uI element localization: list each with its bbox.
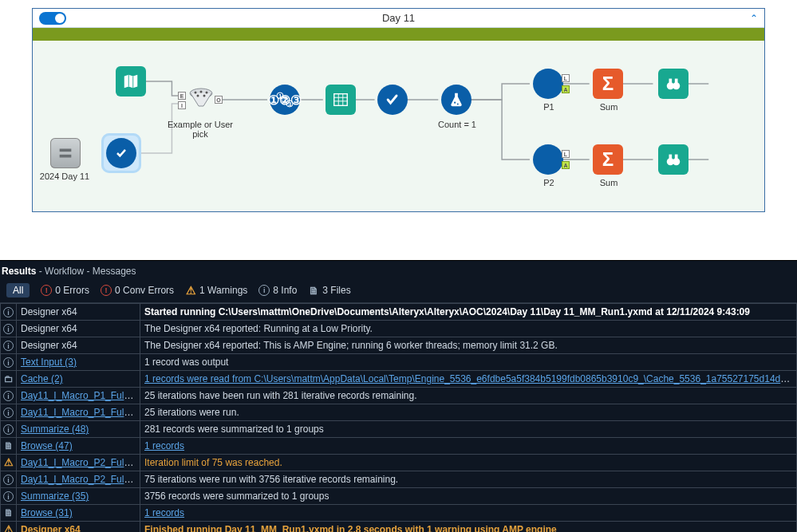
filter-files[interactable]: 🗎3 Files [308, 285, 350, 296]
log-source-cell: Designer x64 [17, 304, 140, 321]
summarize-tool-1[interactable]: Σ [593, 69, 623, 99]
log-row[interactable]: 🗎Browse (47)1 records [1, 438, 797, 455]
log-row[interactable]: iSummarize (48)281 records were summariz… [1, 421, 797, 438]
log-source-link[interactable]: Day11_I_Macro_P2_Full (51) [21, 474, 140, 485]
log-icon-cell: i [1, 421, 17, 438]
formula-tool[interactable] [441, 85, 471, 115]
log-source-cell: Designer x64 [17, 522, 140, 533]
summarize-tool-2[interactable]: Σ [593, 144, 623, 175]
svg-point-6 [206, 92, 208, 94]
filter-info[interactable]: i8 Info [258, 285, 297, 296]
output-anchor-a[interactable]: A [562, 85, 570, 93]
log-source-cell: Day11_I_Macro_P1_Full (50) [17, 388, 140, 404]
filter-errors[interactable]: !0 Errors [41, 285, 89, 296]
log-source-cell: Summarize (35) [17, 488, 140, 505]
log-row[interactable]: iDesigner x64Started running C:\Users\ma… [1, 304, 797, 321]
select-tool-2[interactable] [377, 85, 408, 115]
sigma-icon: Σ [602, 73, 614, 95]
log-row[interactable]: ⚠Designer x64Finished running Day 11_MM_… [1, 522, 797, 533]
results-tabs: Results - Workflow - Messages [0, 261, 797, 280]
info-icon: i [3, 408, 14, 418]
output-anchor-l[interactable]: L [562, 150, 570, 158]
canvas-body[interactable]: 2024 Day 11 E I O Example or User pick [33, 28, 764, 211]
output-anchor-l[interactable]: L [562, 74, 570, 82]
file-icon: 🗎 [3, 441, 14, 451]
text-to-columns-tool[interactable] [326, 85, 356, 115]
log-source-link[interactable]: Browse (47) [21, 440, 73, 451]
log-source-cell: Day11_I_Macro_P2_Full (51) [17, 471, 140, 488]
log-row[interactable]: iText Input (3)1 record was output [1, 354, 797, 371]
log-message-link[interactable]: 1 records [144, 440, 184, 451]
log-row[interactable]: iDesigner x64The Designer x64 reported: … [1, 337, 797, 354]
log-row[interactable]: 🗎Browse (31)1 records [1, 505, 797, 522]
log-icon-cell: ⚠ [1, 522, 17, 533]
folder-icon: 🗀 [3, 374, 14, 384]
filter-warnings[interactable]: ⚠1 Warnings [185, 285, 247, 296]
filter-all[interactable]: All [6, 283, 30, 298]
results-tab-title[interactable]: Results [2, 266, 36, 277]
svg-rect-24 [669, 79, 673, 84]
svg-point-4 [195, 92, 197, 94]
container-toggle[interactable] [39, 12, 66, 25]
workflow-canvas[interactable]: Day 11 ⌃ [0, 0, 797, 228]
log-source-link[interactable]: Summarize (48) [21, 424, 89, 435]
log-row[interactable]: 🗀Cache (2)1 records were read from C:\Us… [1, 371, 797, 388]
log-message-cell: The Designer x64 reported: This is AMP E… [140, 337, 797, 354]
svg-point-23 [673, 82, 680, 89]
log-message-cell: The Designer x64 reported: Running at a … [140, 321, 797, 337]
binoculars-icon [665, 151, 682, 168]
output-anchor[interactable] [33, 39, 764, 41]
output-anchor-a[interactable]: A [562, 161, 570, 169]
log-row[interactable]: ⚠Day11_I_Macro_P2_Full (51)Iteration lim… [1, 455, 797, 471]
log-source-cell: Cache (2) [17, 371, 140, 388]
macro-p1-tool[interactable] [533, 69, 563, 99]
results-filters: All !0 Errors !0 Conv Errors ⚠1 Warnings… [0, 280, 797, 303]
log-source-link[interactable]: Browse (31) [21, 507, 73, 518]
log-message-cell: 25 iterations have been run with 281 ite… [140, 388, 797, 404]
log-source-link[interactable]: Day11_I_Macro_P1_Full (50) [21, 407, 140, 418]
log-row[interactable]: iSummarize (35)3756 records were summari… [1, 488, 797, 505]
text-input-icon [57, 144, 74, 162]
results-panel[interactable]: Results - Workflow - Messages All !0 Err… [0, 260, 797, 532]
info-icon: i [3, 391, 14, 401]
log-row[interactable]: iDay11_I_Macro_P1_Full (50)25 iterations… [1, 404, 797, 421]
log-source-link[interactable]: Day11_I_Macro_P1_Full (50) [21, 390, 140, 401]
log-source-link[interactable]: Summarize (35) [21, 491, 89, 502]
log-message-link[interactable]: 1 records were read from C:\Users\mattm\… [144, 373, 797, 384]
text-input-tool[interactable] [50, 138, 81, 168]
macro-p2-tool[interactable] [533, 144, 563, 175]
log-source-cell: Browse (31) [17, 505, 140, 522]
results-table: iDesigner x64Started running C:\Users\ma… [0, 303, 797, 532]
log-icon-cell: i [1, 471, 17, 488]
log-source-link[interactable]: Text Input (3) [21, 357, 77, 368]
log-source-link[interactable]: Cache (2) [21, 373, 63, 384]
columns-icon [332, 91, 349, 108]
browse-tool-1[interactable] [658, 69, 688, 99]
record-id-overlay: 123 [270, 85, 300, 115]
summarize-1-label: Sum [569, 102, 649, 112]
map-input-tool[interactable] [116, 66, 146, 97]
svg-rect-25 [675, 79, 678, 84]
collapse-icon[interactable]: ⌃ [750, 13, 758, 24]
svg-rect-1 [60, 155, 72, 158]
input-anchor-e[interactable]: E [178, 92, 186, 100]
browse-tool-2[interactable] [658, 144, 688, 175]
output-anchor-o[interactable]: O [215, 96, 223, 104]
svg-rect-0 [60, 149, 72, 152]
select-tool[interactable] [106, 138, 136, 168]
log-source-cell: Summarize (48) [17, 421, 140, 438]
connection-wires [33, 28, 764, 211]
log-source-link[interactable]: Day11_I_Macro_P2_Full (51) [21, 457, 140, 468]
log-row[interactable]: iDay11_I_Macro_P1_Full (50)25 iterations… [1, 388, 797, 404]
log-message-link[interactable]: 1 records [144, 507, 184, 518]
input-anchor-i[interactable]: I [178, 101, 186, 109]
filter-conv-errors[interactable]: !0 Conv Errors [101, 285, 174, 296]
log-icon-cell: i [1, 321, 17, 337]
log-row[interactable]: iDay11_I_Macro_P2_Full (51)75 iterations… [1, 471, 797, 488]
log-row[interactable]: iDesigner x64The Designer x64 reported: … [1, 321, 797, 337]
tool-container[interactable]: Day 11 ⌃ [32, 8, 765, 212]
sigma-icon: Σ [602, 148, 614, 171]
svg-rect-15 [334, 94, 348, 106]
filter-tool[interactable] [186, 84, 216, 114]
container-header[interactable]: Day 11 ⌃ [33, 9, 764, 28]
